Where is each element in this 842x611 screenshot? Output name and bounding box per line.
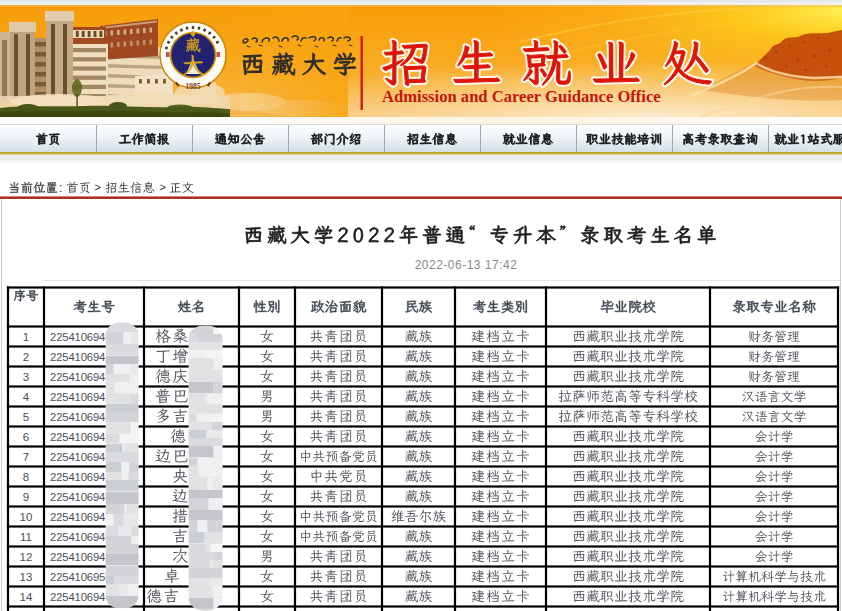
svg-text:6: 6 — [23, 431, 29, 443]
svg-text:2254106941: 2254106941 — [50, 331, 111, 343]
svg-text:225410694: 225410694 — [50, 431, 105, 443]
svg-text:2022-06-13 17:42: 2022-06-13 17:42 — [415, 258, 518, 272]
svg-text:225410694: 225410694 — [50, 351, 105, 363]
svg-text:14: 14 — [20, 591, 33, 603]
svg-text:2: 2 — [23, 351, 29, 363]
svg-text:225410694: 225410694 — [50, 391, 105, 403]
svg-text:225410694: 225410694 — [50, 591, 105, 603]
svg-text:9: 9 — [23, 491, 29, 503]
svg-text:225410694: 225410694 — [50, 511, 105, 523]
svg-text:225410695: 225410695 — [50, 571, 105, 583]
svg-text:225410694: 225410694 — [50, 371, 105, 383]
svg-text:>: > — [95, 181, 101, 193]
svg-text:225410694: 225410694 — [50, 471, 105, 483]
svg-text::: : — [59, 181, 62, 195]
svg-text:>: > — [160, 181, 166, 193]
svg-text:1: 1 — [23, 331, 29, 343]
svg-text:Admission and Career Guidance: Admission and Career Guidance Office — [382, 87, 661, 106]
svg-text:4: 4 — [23, 391, 30, 403]
svg-text:225410694: 225410694 — [50, 411, 105, 423]
svg-text:11: 11 — [20, 531, 32, 543]
svg-text:225410694: 225410694 — [50, 551, 105, 563]
svg-text:7: 7 — [23, 451, 29, 463]
svg-text:225410694: 225410694 — [50, 491, 105, 503]
svg-text:3: 3 — [23, 371, 29, 383]
svg-text:225410694: 225410694 — [50, 451, 105, 463]
svg-text:1985: 1985 — [186, 82, 201, 91]
svg-text:12: 12 — [20, 551, 33, 563]
svg-text:225410694: 225410694 — [50, 531, 105, 543]
svg-text:8: 8 — [23, 471, 29, 483]
svg-text:13: 13 — [20, 571, 33, 583]
svg-text:10: 10 — [20, 511, 33, 523]
svg-text:5: 5 — [23, 411, 29, 423]
